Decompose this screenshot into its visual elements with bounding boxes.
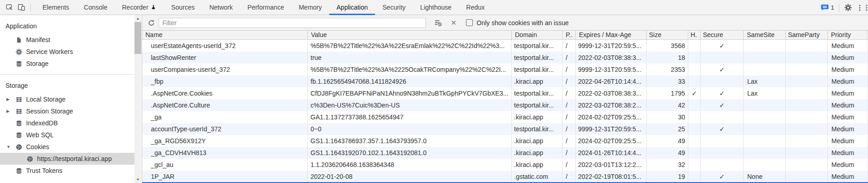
cookie-priority-cell[interactable]: Medium	[828, 40, 868, 52]
cookie-name-cell[interactable]: userEstateAgents-userId_372	[142, 40, 308, 52]
cookie-table-row[interactable]: .AspNetCore.Cookies CfDJ8FgKI7EBAPFNiPaN…	[142, 87, 868, 99]
cookie-samesite-cell[interactable]	[744, 64, 786, 75]
cookie-value-cell[interactable]: CfDJ8FgKI7EBAPFNiPaN1Ahno9N38hm2uBTkGphP…	[308, 87, 512, 99]
cookie-domain-cell[interactable]: testportal.kir...	[512, 52, 563, 64]
tab-memory[interactable]: Memory	[291, 0, 329, 15]
cookie-value-cell[interactable]: 1.1.2036206468.1638364348	[308, 159, 512, 171]
cookie-priority-cell[interactable]: Medium	[828, 159, 868, 171]
sidebar-item-service-workers[interactable]: Service Workers	[0, 46, 135, 58]
cookie-value-cell[interactable]: GA1.1.1372737388.1625654947	[308, 111, 512, 123]
cookie-value-cell[interactable]: %5B%7B%22Title%22%3A%22EsraEmlak%22%2C%2…	[308, 40, 512, 52]
cookie-priority-cell[interactable]: Medium	[828, 135, 868, 147]
cookie-secure-cell[interactable]	[701, 111, 744, 123]
cookie-path-cell[interactable]: /	[563, 159, 576, 171]
cookie-priority-cell[interactable]: Medium	[828, 111, 868, 123]
cookie-expires-cell[interactable]: 2024-01-26T10:14:4...	[576, 147, 647, 159]
chevron-right-icon[interactable]: ▶	[6, 97, 15, 102]
chevron-down-icon[interactable]: ▼	[6, 145, 15, 149]
cookie-httponly-cell[interactable]	[688, 123, 701, 135]
cookie-samesite-cell[interactable]	[744, 40, 786, 52]
issue-filter-checkbox[interactable]	[466, 19, 473, 26]
tab-elements[interactable]: Elements	[35, 0, 76, 15]
cookie-size-cell[interactable]: 42	[647, 99, 688, 111]
cookie-samesite-cell[interactable]: None	[744, 171, 786, 183]
cookie-name-cell[interactable]: accountType-userId_372	[142, 123, 308, 135]
cookie-name-cell[interactable]: _gcl_au	[142, 159, 308, 171]
tab-application[interactable]: Application	[329, 0, 375, 15]
cookie-sameparty-cell[interactable]	[786, 111, 828, 123]
cookie-domain-cell[interactable]: .kiraci.app	[512, 159, 563, 171]
cookie-domain-cell[interactable]: testportal.kir...	[512, 40, 563, 52]
cookie-sameparty-cell[interactable]	[786, 40, 828, 52]
cookie-sameparty-cell[interactable]	[786, 147, 828, 159]
sidebar-item-trust-tokens[interactable]: Trust Tokens	[0, 165, 135, 177]
filter-input[interactable]	[159, 18, 426, 28]
cookie-httponly-cell[interactable]	[688, 147, 701, 159]
sidebar-scrollbar[interactable]: ▲ ▼	[134, 15, 141, 183]
sidebar-item-cookie-origin[interactable]: https://testportal.kiraci.app	[0, 153, 135, 165]
column-header-samesite[interactable]: SameSite	[744, 31, 786, 39]
cookie-httponly-cell[interactable]	[688, 111, 701, 123]
cookie-name-cell[interactable]: _fbp	[142, 75, 308, 87]
cookie-samesite-cell[interactable]	[744, 99, 786, 111]
cookie-expires-cell[interactable]: 2022-02-03T08:38:3...	[576, 87, 647, 99]
cookie-secure-cell[interactable]: ✓	[701, 87, 744, 99]
cookie-secure-cell[interactable]	[701, 75, 744, 87]
cookie-name-cell[interactable]: .AspNetCore.Culture	[142, 99, 308, 111]
sidebar-item-manifest[interactable]: Manifest	[0, 34, 135, 46]
cookie-name-cell[interactable]: 1P_JAR	[142, 171, 308, 183]
cookie-secure-cell[interactable]: ✓	[701, 123, 744, 135]
cookie-size-cell[interactable]: 33	[647, 75, 688, 87]
cookie-httponly-cell[interactable]	[688, 135, 701, 147]
cookie-value-cell[interactable]: fb.1.1625654947068.1411824926	[308, 75, 512, 87]
cookie-expires-cell[interactable]: 2022-02-19T08:01:5...	[576, 171, 647, 183]
cookie-size-cell[interactable]: 30	[647, 111, 688, 123]
cookie-size-cell[interactable]: 3568	[647, 40, 688, 52]
cookie-table-row[interactable]: accountType-userId_372 0~0 testportal.ki…	[142, 123, 868, 135]
tab-console[interactable]: Console	[76, 0, 114, 15]
sidebar-item-cookies[interactable]: ▼ Cookies	[0, 141, 135, 153]
cookie-domain-cell[interactable]: testportal.kir...	[512, 123, 563, 135]
cookie-secure-cell[interactable]: ✓	[701, 40, 744, 52]
cookie-value-cell[interactable]: GS1.1.1643786937.357.1.1643793957.0	[308, 135, 512, 147]
cookie-size-cell[interactable]: 49	[647, 135, 688, 147]
cookie-expires-cell[interactable]: 2022-02-03T08:38:3...	[576, 52, 647, 64]
cookie-sameparty-cell[interactable]	[786, 64, 828, 75]
cookie-name-cell[interactable]: _ga_CDVH4VH813	[142, 147, 308, 159]
cookie-sameparty-cell[interactable]	[786, 171, 828, 183]
toggle-device-toolbar-button[interactable]	[16, 1, 27, 13]
cookie-size-cell[interactable]: 32	[647, 159, 688, 171]
cookie-table-row[interactable]: _gcl_au 1.1.2036206468.1638364348 .kirac…	[142, 159, 868, 171]
cookie-name-cell[interactable]: .AspNetCore.Cookies	[142, 87, 308, 99]
column-header-path[interactable]: P..	[563, 31, 576, 39]
scrollbar-down-arrow-icon[interactable]: ▼	[134, 176, 141, 183]
clear-filter-button[interactable]: ✕	[449, 18, 459, 28]
cookie-path-cell[interactable]: /	[563, 87, 576, 99]
cookie-table-row[interactable]: 1P_JAR 2022-01-20-08 .gstatic.com / 2022…	[142, 171, 868, 183]
cookie-sameparty-cell[interactable]	[786, 87, 828, 99]
column-header-secure[interactable]: Secure	[701, 31, 744, 39]
inspect-element-button[interactable]	[4, 1, 16, 13]
cookie-table-row[interactable]: .AspNetCore.Culture c%3Den-US%7Cuic%3Den…	[142, 99, 868, 111]
sidebar-item-session-storage[interactable]: ▶ Session Storage	[0, 105, 135, 117]
cookie-table-row[interactable]: _ga_RGD56X912Y GS1.1.1643786937.357.1.16…	[142, 135, 868, 147]
column-header-name[interactable]: Name	[142, 31, 308, 39]
cookie-expires-cell[interactable]: 2024-02-02T09:25:5...	[576, 111, 647, 123]
issues-counter-button[interactable]: 1	[819, 4, 836, 11]
cookie-secure-cell[interactable]: ✓	[701, 171, 744, 183]
cookie-path-cell[interactable]: /	[563, 111, 576, 123]
cookie-value-cell[interactable]: 0~0	[308, 123, 512, 135]
cookie-priority-cell[interactable]: Medium	[828, 123, 868, 135]
cookie-sameparty-cell[interactable]	[786, 123, 828, 135]
cookie-sameparty-cell[interactable]	[786, 159, 828, 171]
cookie-name-cell[interactable]: _ga_RGD56X912Y	[142, 135, 308, 147]
cookie-size-cell[interactable]: 49	[647, 147, 688, 159]
cookie-samesite-cell[interactable]: Lax	[744, 75, 786, 87]
cookie-name-cell[interactable]: userCompanies-userId_372	[142, 64, 308, 75]
cookie-path-cell[interactable]: /	[563, 52, 576, 64]
cookie-secure-cell[interactable]	[701, 135, 744, 147]
cookie-samesite-cell[interactable]	[744, 147, 786, 159]
cookie-httponly-cell[interactable]	[688, 75, 701, 87]
cookie-secure-cell[interactable]	[701, 159, 744, 171]
cookie-path-cell[interactable]: /	[563, 40, 576, 52]
